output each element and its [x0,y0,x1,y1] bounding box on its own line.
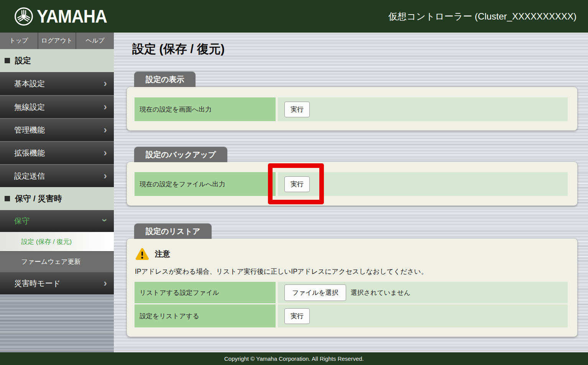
sidebar-item-maintenance[interactable]: 保守 › [0,210,114,232]
main-content: 設定 (保存 / 復元) 設定の表示 現在の設定を画面へ出力 実行 設定のバック… [114,33,588,352]
virtual-controller-title: 仮想コントローラー (Cluster_XXXXXXXXXX) [388,10,577,23]
row-label: 設定をリストアする [135,304,276,327]
row-label: リストアする設定ファイル [135,282,276,303]
execute-display-button[interactable]: 実行 [284,102,310,117]
chevron-right-icon: › [103,171,107,181]
sidebar-item-config-send[interactable]: 設定送信 › [0,164,114,187]
chevron-right-icon: › [103,125,107,135]
row-action-cell: ファイルを選択 選択されていません [278,282,568,303]
chevron-right-icon: › [103,148,107,158]
row-action-cell: 実行 [278,97,568,121]
sidebar: トップ ログアウト ヘルプ 設定 基本設定 › 無線設定 › 管理機能 › 拡張… [0,33,114,352]
sidebar-item-extended[interactable]: 拡張機能 › [0,141,114,164]
panel-display-config: 現在の設定を画面へ出力 実行 [126,87,578,131]
sidebar-item-label: 無線設定 [14,102,45,112]
sidebar-item-management[interactable]: 管理機能 › [0,118,114,141]
execute-restore-button[interactable]: 実行 [284,308,310,324]
chevron-down-icon: › [100,219,110,222]
choose-file-button[interactable]: ファイルを選択 [284,284,346,301]
section-tab-display-config: 設定の表示 [134,72,195,87]
sidebar-filler [0,294,114,352]
page-title: 設定 (保存 / 復元) [132,41,225,57]
sidebar-item-label: 管理機能 [14,125,45,135]
sidebar-subitem-label: 設定 (保存 / 復元) [21,237,72,246]
sidebar-item-label: 災害時モード [14,278,61,289]
execute-backup-button[interactable]: 実行 [284,176,310,192]
row-action-cell: 実行 [278,304,568,327]
warning-triangle-icon [135,248,149,260]
footer: Copyright © Yamaha Corporation. All Righ… [0,352,588,365]
sidebar-section-settings: 設定 [0,49,114,72]
warning-title: 注意 [155,249,170,259]
sidebar-subitem-config-save-restore[interactable]: 設定 (保存 / 復元) [0,232,114,251]
sidebar-item-disaster-mode[interactable]: 災害時モード › [0,271,114,294]
nav-tab-logout[interactable]: ログアウト [38,33,77,49]
table-row: 現在の設定を画面へ出力 実行 [135,97,568,121]
sidebar-subitem-firmware-update[interactable]: ファームウェア更新 [0,251,114,271]
warning-text: IPアドレスが変わる場合、リストア実行後に正しいIPアドレスにアクセスしなおして… [135,267,428,276]
sidebar-section-label: 保守 / 災害時 [15,193,62,204]
section-tab-restore-config: 設定のリストア [134,224,212,239]
nav-tab-top[interactable]: トップ [0,33,38,49]
chevron-right-icon: › [103,278,107,288]
copyright-text: Copyright © Yamaha Corporation. All Righ… [224,355,364,362]
row-action-cell: 実行 [278,172,568,196]
yamaha-tuning-fork-icon [14,7,34,26]
yamaha-wordmark: YAMAHA [37,7,107,26]
panel-restore-config: 注意 IPアドレスが変わる場合、リストア実行後に正しいIPアドレスにアクセスしな… [126,238,578,337]
sidebar-item-wireless-settings[interactable]: 無線設定 › [0,95,114,118]
row-label: 現在の設定をファイルへ出力 [135,172,276,196]
table-row: リストアする設定ファイル ファイルを選択 選択されていません [135,282,568,303]
sidebar-item-label: 保守 [14,216,30,226]
yamaha-logo: YAMAHA [14,7,107,26]
table-row: 現在の設定をファイルへ出力 実行 [135,172,568,196]
square-bullet-icon [5,58,10,63]
top-nav-tabs: トップ ログアウト ヘルプ [0,33,114,49]
nav-tab-help[interactable]: ヘルプ [76,33,114,49]
chevron-right-icon: › [103,102,107,112]
sidebar-item-basic-settings[interactable]: 基本設定 › [0,72,114,95]
sidebar-subitem-label: ファームウェア更新 [21,257,80,266]
sidebar-section-maintenance-disaster: 保守 / 災害時 [0,187,114,210]
square-bullet-icon [5,196,10,201]
sidebar-section-label: 設定 [15,55,31,66]
app-header: YAMAHA 仮想コントローラー (Cluster_XXXXXXXXXX) [0,0,588,33]
sidebar-item-label: 基本設定 [14,79,45,89]
panel-backup-config: 現在の設定をファイルへ出力 実行 [126,161,578,206]
file-selection-status: 選択されていません [351,288,411,297]
sidebar-item-label: 設定送信 [14,171,45,181]
table-row: 設定をリストアする 実行 [135,304,568,327]
section-tab-backup-config: 設定のバックアップ [134,147,227,162]
row-label: 現在の設定を画面へ出力 [135,97,276,121]
warning-header: 注意 [135,248,170,260]
chevron-right-icon: › [103,78,107,88]
sidebar-item-label: 拡張機能 [14,148,45,158]
